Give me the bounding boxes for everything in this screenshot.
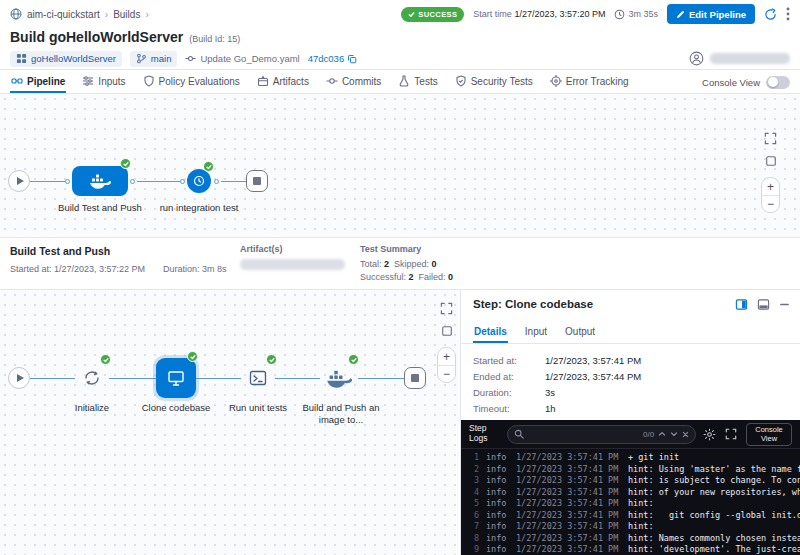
success-check-icon — [266, 354, 277, 365]
step-node-run-unit-tests[interactable] — [241, 361, 275, 395]
success-check-icon — [348, 354, 359, 365]
tab-output[interactable]: Output — [564, 321, 596, 343]
reset-view-icon[interactable] — [765, 155, 777, 167]
fullscreen-icon[interactable] — [440, 302, 453, 315]
copy-icon[interactable] — [347, 54, 357, 64]
tab-details[interactable]: Details — [473, 321, 508, 343]
log-timestamp: 1/27/2023 3:57:41 PM — [516, 452, 620, 464]
log-line-number: 6 — [467, 510, 479, 522]
start-time-value: 1/27/2023, 3:57:20 PM — [514, 9, 605, 19]
log-text: hint: — [628, 498, 800, 510]
log-timestamp: 1/27/2023 3:57:41 PM — [516, 544, 620, 555]
tab-pipeline[interactable]: Pipeline — [10, 71, 66, 93]
failed-value: 0 — [448, 272, 453, 282]
detail-row: Timeout: 1h — [473, 400, 788, 416]
stage-node-label[interactable]: Build Test and Push — [55, 202, 145, 214]
detail-label: Timeout: — [473, 403, 545, 414]
log-line-number: 8 — [467, 533, 479, 545]
artifacts-column: Artifact(s) — [240, 244, 345, 270]
step-node-initialize[interactable] — [75, 361, 109, 395]
edit-pipeline-button[interactable]: Edit Pipeline — [667, 4, 755, 24]
repo-chip[interactable]: goHelloWorldServer — [10, 51, 122, 67]
security-tests-icon — [455, 75, 467, 87]
log-lines[interactable]: 1info1/27/2023 3:57:41 PM+ git init 2inf… — [461, 449, 800, 555]
step-node-label[interactable]: Build and Push an image to... — [299, 402, 383, 426]
pencil-icon — [676, 10, 685, 19]
breadcrumb: aim-ci-quickstart › Builds › — [10, 8, 149, 20]
tab-error-tracking[interactable]: Error Tracking — [549, 71, 630, 93]
chevron-up-icon[interactable] — [658, 430, 666, 438]
test-summary-column: Test Summary Total: 2 Skipped: 0 Success… — [360, 244, 453, 285]
connector-line — [196, 378, 241, 379]
zoom-out-button[interactable]: − — [762, 195, 779, 212]
step-node-label[interactable]: Run unit tests — [218, 402, 298, 414]
step-node-label[interactable]: Initialize — [52, 402, 132, 414]
tab-security-tests[interactable]: Security Tests — [454, 71, 534, 93]
log-line-number: 2 — [467, 464, 479, 476]
console-view-button[interactable]: Console View — [746, 423, 792, 446]
zoom-in-button[interactable]: + — [438, 348, 455, 365]
console-view-toggle[interactable] — [766, 76, 790, 89]
fullscreen-icon[interactable] — [725, 428, 737, 440]
refresh-icon[interactable] — [764, 8, 777, 21]
log-line-number: 9 — [467, 544, 479, 555]
tab-tests[interactable]: Tests — [397, 71, 438, 93]
fullscreen-icon[interactable] — [764, 132, 777, 145]
pipeline-start-node[interactable] — [8, 170, 30, 192]
close-icon[interactable] — [682, 431, 689, 438]
detail-value: 1/27/2023, 3:57:41 PM — [545, 355, 641, 366]
error-tracking-icon — [550, 75, 562, 87]
log-text: hint: Names commonly chosen instead of — [628, 533, 800, 545]
breadcrumb-project[interactable]: aim-ci-quickstart — [27, 9, 100, 20]
split-right-view-icon[interactable] — [735, 298, 748, 311]
step-node-build-and-push[interactable] — [320, 362, 358, 394]
connector-line — [221, 181, 246, 182]
more-menu-icon[interactable] — [786, 7, 790, 21]
stage-node-label[interactable]: run integration test — [154, 202, 244, 214]
tab-policy-evaluations[interactable]: Policy Evaluations — [142, 71, 241, 93]
tests-icon — [398, 75, 410, 87]
tab-label: Artifacts — [273, 76, 309, 87]
stage-node-run-integration-test[interactable] — [187, 169, 211, 193]
minimize-panel-icon[interactable] — [779, 299, 790, 310]
page-title: Build goHelloWorldServer — [10, 29, 183, 45]
stage-node-build-test-and-push[interactable] — [72, 166, 128, 196]
zoom-out-button[interactable]: − — [438, 365, 455, 382]
stage-graph-canvas[interactable]: Build Test and Push run integration test… — [0, 94, 800, 238]
success-check-icon — [100, 354, 111, 365]
failed-label: Failed: — [419, 272, 446, 282]
redacted-user-name — [710, 53, 790, 64]
execution-start-node[interactable] — [8, 367, 30, 389]
step-node-clone-codebase[interactable] — [156, 358, 196, 398]
zoom-in-button[interactable]: + — [762, 178, 779, 195]
connector-line — [30, 378, 75, 379]
commit-hash: 47dc036 — [308, 53, 344, 64]
branch-chip[interactable]: main — [130, 51, 178, 67]
log-search-input[interactable] — [528, 429, 639, 439]
repo-row-right — [689, 51, 790, 66]
log-row: 5info1/27/2023 3:57:41 PMhint: — [467, 498, 800, 510]
commits-icon — [326, 75, 338, 87]
tab-artifacts[interactable]: Artifacts — [256, 71, 310, 93]
reset-view-icon[interactable] — [441, 325, 453, 337]
execution-graph-canvas[interactable]: Initialize Clone codebase Run unit tests… — [0, 290, 460, 555]
tab-commits[interactable]: Commits — [325, 71, 382, 93]
settings-gear-icon[interactable] — [703, 428, 716, 441]
chevron-down-icon[interactable] — [670, 430, 678, 438]
breadcrumb-separator: › — [105, 9, 108, 20]
commit-hash-link[interactable]: 47dc036 — [308, 53, 357, 64]
split-bottom-view-icon[interactable] — [757, 298, 770, 311]
log-level: info — [486, 533, 510, 545]
stage-canvas-controls: + − — [761, 132, 780, 213]
success-check-icon — [203, 161, 214, 172]
breadcrumb-builds[interactable]: Builds — [113, 9, 140, 20]
tab-inputs[interactable]: Inputs — [81, 71, 126, 93]
repo-name: goHelloWorldServer — [31, 53, 116, 64]
tab-input[interactable]: Input — [524, 321, 548, 343]
duration-label: Duration: — [163, 264, 200, 274]
log-text: hint: Using 'master' as the name for th — [628, 464, 800, 476]
detail-row: Started at: 1/27/2023, 3:57:41 PM — [473, 352, 788, 368]
step-node-label[interactable]: Clone codebase — [136, 402, 216, 414]
clock-icon — [614, 9, 625, 20]
integration-test-icon — [193, 175, 205, 187]
